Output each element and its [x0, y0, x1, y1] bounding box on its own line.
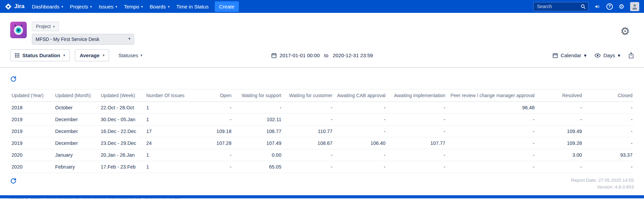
table-cell: -: [447, 114, 536, 126]
table-cell: 23.Dec - 29.Dec: [99, 137, 145, 149]
chevron-down-icon: ▾: [103, 53, 105, 58]
table-cell: -: [283, 161, 334, 173]
table-cell: -: [536, 114, 583, 126]
table-cell: 107.49: [233, 137, 283, 149]
table-cell: 17: [145, 126, 190, 137]
column-header: Open: [190, 89, 233, 102]
table-row[interactable]: 2019December30.Dec - 05.Jan1-102.11-----…: [10, 114, 634, 126]
report-toolbar: Status Duration ▾ Average ▾ Statuses ▾ 2…: [0, 48, 644, 68]
table-cell: -: [233, 102, 283, 114]
create-button[interactable]: Create: [215, 1, 239, 12]
scope-dropdown-button[interactable]: Project ▾: [32, 22, 59, 31]
nav-item-time-in-status[interactable]: Time in Status: [173, 0, 212, 13]
table-row[interactable]: 2019December16.Dec - 22.Dec17109.18108.7…: [10, 126, 634, 137]
table-cell: 2019: [10, 126, 54, 137]
table-cell: 109.18: [190, 126, 233, 137]
table-cell: December: [54, 126, 99, 137]
table-cell: 93.37: [583, 149, 634, 161]
column-header: Number Of Issues: [145, 89, 190, 102]
report-date: Report Date: 27.05.2020 14:55: [571, 177, 634, 184]
unit-dropdown[interactable]: Days ▾: [595, 52, 620, 59]
table-cell: 65.05: [233, 161, 283, 173]
table-cell: 2020: [10, 161, 54, 173]
table-cell: 110.77: [283, 126, 334, 137]
table-body: 2018October22.Oct - 28.Oct1-----96.48--2…: [10, 102, 634, 173]
refresh-icon[interactable]: [10, 76, 17, 82]
table-cell: -: [334, 149, 387, 161]
table-cell: -: [190, 149, 233, 161]
table-cell: -: [583, 161, 634, 173]
nav-item-issues[interactable]: Issues▾: [95, 0, 120, 13]
view-mode-label: Calendar: [561, 52, 581, 58]
table-cell: December: [54, 137, 99, 149]
table-cell: -: [334, 114, 387, 126]
statuses-label: Statuses: [118, 52, 138, 58]
table-cell: -: [387, 114, 447, 126]
column-header: Awaiting CAB approval: [334, 89, 387, 102]
grid-icon: [15, 53, 19, 58]
statuses-dropdown[interactable]: Statuses ▾: [118, 52, 142, 58]
table-cell: 16.Dec - 22.Dec: [99, 126, 145, 137]
table-cell: 1: [145, 102, 190, 114]
announcement-icon[interactable]: [594, 4, 601, 9]
export-icon[interactable]: [628, 52, 634, 59]
table-cell: January: [54, 149, 99, 161]
search-icon[interactable]: [581, 4, 586, 10]
table-row[interactable]: 2020February17.Feb - 23.Feb1-65.05------: [10, 161, 634, 173]
column-header: Waiting for support: [233, 89, 283, 102]
column-header: Resolved: [536, 89, 583, 102]
table-cell: 17.Feb - 23.Feb: [99, 161, 145, 173]
search-input[interactable]: [533, 2, 588, 11]
nav-item-label: Tempo: [124, 4, 139, 9]
chevron-down-icon: ▾: [618, 52, 620, 59]
jira-brand[interactable]: Jira: [5, 3, 24, 10]
column-header: Waiting for customer: [283, 89, 334, 102]
table-cell: -: [447, 161, 536, 173]
nav-item-tempo[interactable]: Tempo▾: [121, 0, 146, 13]
column-header: Updated (Week): [99, 89, 145, 102]
unit-label: Days: [603, 52, 615, 58]
table-cell: 3.00: [536, 149, 583, 161]
report-type-button[interactable]: Status Duration ▾: [10, 49, 70, 61]
column-header: Updated (Month): [54, 89, 99, 102]
column-header: Peer review / change manager approval: [447, 89, 536, 102]
jira-logo-icon: [5, 3, 12, 10]
table-cell: 24: [145, 137, 190, 149]
table-cell: 1: [145, 149, 190, 161]
calendar-icon: [271, 53, 276, 58]
search-box: [533, 2, 588, 11]
app-header: Project ▾ MFSD - My First Service Desk ⚙: [0, 13, 644, 48]
aggregation-button[interactable]: Average ▾: [75, 49, 109, 61]
refresh-icon[interactable]: [10, 178, 17, 184]
nav-item-boards[interactable]: Boards▾: [146, 0, 173, 13]
table-cell: 106.40: [334, 137, 387, 149]
nav-item-projects[interactable]: Projects▾: [66, 0, 95, 13]
table-cell: -: [583, 114, 634, 126]
settings-gear-icon[interactable]: ⚙: [619, 3, 624, 10]
date-range-picker[interactable]: 2017-01-01 00:00 to 2020-12-31 23:59: [271, 52, 373, 58]
table-cell: 109.28: [536, 137, 583, 149]
table-cell: -: [283, 102, 334, 114]
view-mode-dropdown[interactable]: Calendar ▾: [553, 52, 586, 59]
table-cell: 22.Oct - 28.Oct: [99, 102, 145, 114]
table-row[interactable]: 2019December23.Dec - 29.Dec24107.28107.4…: [10, 137, 634, 149]
chevron-down-icon: ▾: [90, 5, 92, 8]
table-cell: -: [190, 114, 233, 126]
chevron-down-icon: ▾: [141, 53, 143, 58]
help-icon[interactable]: ?: [606, 3, 613, 10]
table-row[interactable]: 2020January20.Jan - 26.Jan1-0.00----3.00…: [10, 149, 634, 161]
table-row[interactable]: 2018October22.Oct - 28.Oct1-----96.48--: [10, 102, 634, 114]
table-cell: -: [283, 149, 334, 161]
table-cell: -: [447, 126, 536, 137]
nav-item-dashboards[interactable]: Dashboards▾: [28, 0, 66, 13]
table-cell: -: [387, 102, 447, 114]
user-avatar[interactable]: [630, 2, 639, 11]
project-select[interactable]: MFSD - My First Service Desk: [32, 34, 134, 45]
column-header: Awaiting implementation: [387, 89, 447, 102]
column-header: Closed: [583, 89, 634, 102]
table-cell: 108.77: [233, 126, 283, 137]
table-cell: 30.Dec - 05.Jan: [99, 114, 145, 126]
chevron-down-icon: ▾: [141, 5, 143, 8]
report-settings-gear-icon[interactable]: ⚙: [620, 26, 630, 37]
table-cell: -: [387, 161, 447, 173]
